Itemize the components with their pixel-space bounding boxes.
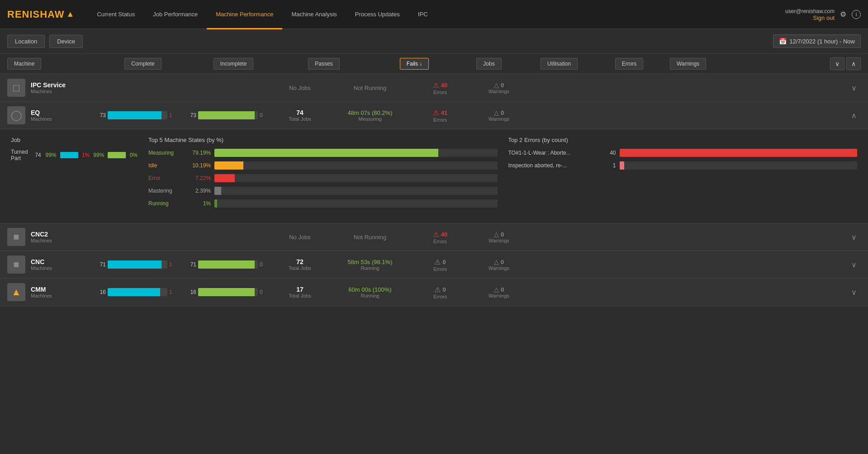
util-col-cmm: 60m 00s (100%) Running: [329, 286, 411, 298]
machine-name-text-eq: EQ: [31, 109, 90, 116]
expanded-grid-eq: Job Turned Part 74 99% 1% 99% 0% Top 5 M…: [11, 137, 857, 212]
expand-collapse-cnc[interactable]: ∨: [847, 260, 861, 269]
col-header-jobs: Jobs: [460, 58, 518, 70]
machine-row-header-cnc2[interactable]: ■ CNC2 Machines No Jobs Not Running ⚠ 40…: [0, 223, 868, 251]
date-filter[interactable]: 📅 12/7/2022 (1 hour) - Now: [773, 34, 861, 48]
state-row-running: Running 1%: [148, 199, 498, 208]
no-jobs-label-ipc: No Jobs: [270, 85, 329, 91]
state-row-mastering: Mastering 2.39%: [148, 187, 498, 195]
machine-name-cnc: CNC Machines: [31, 258, 90, 271]
nav-ipc[interactable]: IPC: [409, 0, 437, 29]
warnings-badge-eq: △ 0 Warnings: [470, 109, 528, 122]
device-button[interactable]: Device: [49, 35, 83, 48]
state-row-error: Error 7.22%: [148, 174, 498, 182]
sign-out-link[interactable]: Sign out: [785, 14, 835, 21]
errors-badge-cnc: ⚠ 0 Errors: [411, 258, 470, 272]
col-header-machine: Machine: [7, 58, 98, 70]
machine-row-eq: ◯ EQ Machines 73 1 73 0 74 Total Jobs 48…: [0, 102, 868, 223]
nav-machine-performance[interactable]: Machine Performance: [207, 0, 282, 29]
errors-sort-btn[interactable]: Errors: [615, 58, 644, 70]
util-col-eq: 48m 07s (80.2%) Measuring: [329, 109, 411, 122]
sort-down-btn[interactable]: ∨: [830, 57, 844, 70]
user-email: user@renishaw.com: [785, 8, 835, 14]
machine-name-ipc: IPC Service Machines: [31, 81, 90, 94]
col-header-incomplete: Incomplete: [188, 58, 279, 70]
machine-icon-ipc: ◻: [7, 79, 25, 97]
logo-text: RENISHAW: [7, 9, 65, 20]
jobs-sort-btn[interactable]: Jobs: [476, 58, 501, 70]
machine-row-header-cmm[interactable]: ▲ CMM Machines 16 1 16 0 17 Total Jobs 6…: [0, 279, 868, 306]
machine-name-eq: EQ Machines: [31, 109, 90, 122]
machine-subtext-cmm: Machines: [31, 293, 90, 298]
expand-collapse-cmm[interactable]: ∨: [847, 288, 861, 297]
nav-machine-analysis[interactable]: Machine Analysis: [282, 0, 346, 29]
machine-name-cnc2: CNC2 Machines: [31, 231, 90, 243]
header: RENISHAW ▲ Current Status Job Performanc…: [0, 0, 868, 29]
machine-row-cnc: ■ CNC Machines 71 1 71 0 72 Total Jobs 5…: [0, 251, 868, 279]
nav-job-performance[interactable]: Job Performance: [144, 0, 207, 29]
machine-row-header-ipc[interactable]: ◻ IPC Service Machines No Jobs Not Runni…: [0, 74, 868, 101]
nav-current-status[interactable]: Current Status: [88, 0, 144, 29]
machine-name-text-cmm: CMM: [31, 286, 90, 293]
incomplete-sort-btn[interactable]: Incomplete: [213, 58, 254, 70]
location-button[interactable]: Location: [7, 35, 45, 48]
nav-process-updates[interactable]: Process Updates: [346, 0, 409, 29]
sort-controls: ∨ ∧: [830, 57, 861, 70]
warnings-sort-btn[interactable]: Warnings: [670, 58, 706, 70]
machine-cols-cmm: 16 1 16 0 17 Total Jobs 60m 00s (100%) R…: [90, 285, 847, 299]
machine-name-cmm: CMM Machines: [31, 286, 90, 298]
warnings-badge-cnc: △ 0 Warnings: [470, 258, 528, 271]
col-header-passes: Passes: [279, 58, 369, 70]
job-section-title: Job: [11, 137, 138, 143]
expand-collapse-eq[interactable]: ∧: [847, 111, 861, 120]
header-right: user@renishaw.com Sign out ⚙ i: [785, 8, 861, 21]
machine-subtext-cnc2: Machines: [31, 238, 90, 243]
gear-icon[interactable]: ⚙: [840, 10, 846, 19]
errors-badge-ipc: ⚠ 40 Errors: [411, 81, 470, 95]
toolbar: Location Device 📅 12/7/2022 (1 hour) - N…: [0, 29, 868, 54]
machine-cols-cnc2: No Jobs Not Running ⚠ 40 Errors △ 0 Warn…: [90, 230, 847, 244]
machine-name-text-cnc: CNC: [31, 258, 90, 265]
passes-sort-btn[interactable]: Passes: [308, 58, 339, 70]
state-row-measuring: Measuring 79.19%: [148, 149, 498, 157]
machine-name-text-cnc2: CNC2: [31, 231, 90, 238]
utilisation-sort-btn[interactable]: Utilisation: [541, 58, 578, 70]
info-icon[interactable]: i: [852, 10, 861, 19]
machine-subtext-cnc: Machines: [31, 265, 90, 271]
machine-list: ◻ IPC Service Machines No Jobs Not Runni…: [0, 74, 868, 306]
expanded-section-eq: Job Turned Part 74 99% 1% 99% 0% Top 5 M…: [0, 129, 868, 223]
error-row: Inspection aborted, re-... 1: [508, 161, 858, 170]
machine-subtext-eq: Machines: [31, 116, 90, 122]
sort-up-btn[interactable]: ∧: [846, 57, 861, 70]
job-total: 74: [35, 152, 42, 158]
machine-row-header-eq[interactable]: ◯ EQ Machines 73 1 73 0 74 Total Jobs 48…: [0, 102, 868, 129]
machine-icon-cmm: ▲: [7, 283, 25, 301]
jobs-col-eq: 74 Total Jobs: [270, 109, 329, 122]
error-row: TO#1-1-L-Wear : Aborte... 40: [508, 149, 858, 157]
col-header-complete: Complete: [98, 58, 188, 70]
machine-cols-ipc: No Jobs Not Running ⚠ 40 Errors △ 0 Warn…: [90, 81, 847, 95]
errors-badge-cnc2: ⚠ 40 Errors: [411, 230, 470, 244]
job-detail-panel: Job Turned Part 74 99% 1% 99% 0%: [11, 137, 138, 212]
date-filter-label: 12/7/2022 (1 hour) - Now: [789, 38, 855, 45]
machine-cols-cnc: 71 1 71 0 72 Total Jobs 58m 53s (98.1%) …: [90, 258, 847, 272]
machine-sort-btn[interactable]: Machine: [7, 58, 41, 70]
complete-sort-btn[interactable]: Complete: [124, 58, 161, 70]
state-row-idle: Idle 10.19%: [148, 161, 498, 170]
main-nav: Current Status Job Performance Machine P…: [88, 0, 785, 29]
machine-icon-eq: ◯: [7, 106, 25, 124]
calendar-icon: 📅: [779, 38, 787, 45]
table-header: Machine Complete Incomplete Passes Fails…: [0, 54, 868, 74]
col-header-warnings: Warnings: [659, 58, 717, 70]
machine-row-ipc: ◻ IPC Service Machines No Jobs Not Runni…: [0, 74, 868, 102]
expand-collapse-ipc[interactable]: ∨: [847, 84, 861, 92]
col-header-errors: Errors: [600, 58, 659, 70]
errors-panel: Top 2 Errors (by count) TO#1-1-L-Wear : …: [508, 137, 858, 212]
machine-row-header-cnc[interactable]: ■ CNC Machines 71 1 71 0 72 Total Jobs 5…: [0, 251, 868, 278]
warnings-badge-ipc: △ 0 Warnings: [470, 81, 528, 94]
states-section-title: Top 5 Machine States (by %): [148, 137, 498, 143]
fails-sort-btn[interactable]: Fails ↓: [400, 58, 429, 70]
expand-collapse-cnc2[interactable]: ∨: [847, 233, 861, 241]
errors-badge-eq: ⚠ 41 Errors: [411, 109, 470, 123]
no-jobs-label-cnc2: No Jobs: [270, 234, 329, 241]
